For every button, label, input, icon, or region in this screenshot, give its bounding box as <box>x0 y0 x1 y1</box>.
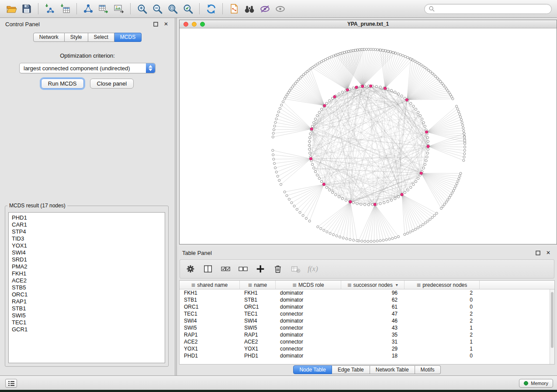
network-leaf-node[interactable] <box>284 191 286 193</box>
zoom-out-button[interactable] <box>151 3 163 15</box>
network-hub-node[interactable] <box>322 183 325 186</box>
network-node[interactable] <box>311 125 314 127</box>
network-node[interactable] <box>383 202 385 204</box>
network-leaf-node[interactable] <box>372 48 374 51</box>
network-node[interactable] <box>410 102 412 104</box>
network-node[interactable] <box>314 118 316 120</box>
delete-column-button[interactable] <box>273 264 283 274</box>
table-tab-edge-table[interactable]: Edge Table <box>332 365 370 374</box>
network-node[interactable] <box>426 152 429 154</box>
network-node[interactable] <box>427 148 429 150</box>
network-leaf-node[interactable] <box>392 52 394 54</box>
network-leaf-node[interactable] <box>367 48 370 50</box>
network-leaf-node[interactable] <box>406 232 408 234</box>
mcds-result-list[interactable]: PHD1CAR1STP4TID3YOX1SWI4SRD1PMA2FKH1ACE2… <box>8 212 165 363</box>
network-node[interactable] <box>308 148 311 150</box>
network-node[interactable] <box>424 163 426 165</box>
column-header-successor-nodes[interactable]: ▦successor nodes▾ <box>341 281 405 289</box>
show-all-button[interactable] <box>274 3 286 15</box>
network-leaf-node[interactable] <box>354 49 356 52</box>
export-image-button[interactable] <box>113 3 125 15</box>
network-leaf-node[interactable] <box>343 52 346 54</box>
network-leaf-node[interactable] <box>379 49 381 51</box>
network-leaf-node[interactable] <box>332 234 335 236</box>
network-node[interactable] <box>338 196 340 198</box>
mcds-node-item[interactable]: STP4 <box>9 228 165 235</box>
network-node[interactable] <box>309 152 311 154</box>
network-leaf-node[interactable] <box>387 50 389 52</box>
network-node[interactable] <box>318 177 320 179</box>
network-leaf-node[interactable] <box>291 202 293 204</box>
network-leaf-node[interactable] <box>342 237 344 239</box>
network-leaf-node[interactable] <box>361 48 363 51</box>
network-node[interactable] <box>311 163 314 165</box>
network-node[interactable] <box>415 108 417 110</box>
deselect-all-rows-button[interactable] <box>238 264 248 274</box>
network-leaf-node[interactable] <box>370 48 372 51</box>
criterion-select[interactable]: largest connected component (undirected) <box>19 63 156 73</box>
network-hub-node[interactable] <box>374 203 376 206</box>
network-leaf-node[interactable] <box>452 98 454 100</box>
network-hub-node[interactable] <box>310 127 313 130</box>
network-leaf-node[interactable] <box>452 189 454 192</box>
network-leaf-node[interactable] <box>464 149 466 151</box>
network-leaf-node[interactable] <box>457 108 459 110</box>
table-row[interactable]: SWI4SWI4dominator462 <box>180 317 550 324</box>
network-titlebar[interactable]: YPA_prune.txt_1 <box>180 20 557 28</box>
import-network-button[interactable] <box>44 3 56 15</box>
network-leaf-node[interactable] <box>414 228 416 230</box>
mcds-node-item[interactable]: RAP1 <box>9 298 165 305</box>
network-leaf-node[interactable] <box>464 136 466 138</box>
table-tab-node-table[interactable]: Node Table <box>293 365 332 374</box>
table-row[interactable]: TEC1TEC1connector472 <box>180 310 550 317</box>
network-leaf-node[interactable] <box>377 48 379 51</box>
network-leaf-node[interactable] <box>326 231 328 233</box>
network-node[interactable] <box>318 111 320 113</box>
network-leaf-node[interactable] <box>431 216 433 218</box>
network-leaf-node[interactable] <box>440 207 442 210</box>
network-leaf-node[interactable] <box>397 236 399 238</box>
network-node[interactable] <box>313 121 315 124</box>
network-node[interactable] <box>427 140 429 142</box>
network-leaf-node[interactable] <box>329 232 331 234</box>
network-node[interactable] <box>424 125 426 127</box>
zoom-fit-button[interactable] <box>166 3 179 15</box>
tab-select[interactable]: Select <box>88 33 114 42</box>
network-leaf-node[interactable] <box>273 125 276 127</box>
network-leaf-node[interactable] <box>280 104 283 106</box>
network-node[interactable] <box>308 144 310 146</box>
clone-network-button[interactable] <box>228 3 240 15</box>
network-leaf-node[interactable] <box>341 52 343 54</box>
network-leaf-node[interactable] <box>273 158 275 160</box>
network-leaf-node[interactable] <box>443 203 446 205</box>
table-row[interactable]: YOX1YOX1connector291 <box>180 345 550 352</box>
mcds-node-item[interactable]: TID3 <box>9 235 165 242</box>
select-all-rows-button[interactable] <box>220 264 231 274</box>
mcds-node-item[interactable]: ACE2 <box>9 277 165 284</box>
network-leaf-node[interactable] <box>459 113 461 115</box>
network-leaf-node[interactable] <box>455 105 457 107</box>
network-node[interactable] <box>426 137 429 139</box>
close-panel-button[interactable]: Close panel <box>90 79 134 89</box>
network-hub-node[interactable] <box>384 87 386 89</box>
network-node[interactable] <box>417 111 419 113</box>
network-leaf-node[interactable] <box>382 239 384 241</box>
network-node[interactable] <box>419 114 421 117</box>
network-leaf-node[interactable] <box>457 110 460 113</box>
network-node[interactable] <box>316 174 318 176</box>
close-window-icon[interactable] <box>183 22 188 27</box>
network-leaf-node[interactable] <box>272 136 274 138</box>
network-hub-node[interactable] <box>349 200 352 203</box>
column-header-shared-name[interactable]: ▦shared name <box>180 281 240 289</box>
mcds-node-item[interactable]: PMA2 <box>9 263 165 270</box>
table-tab-motifs[interactable]: Motifs <box>415 365 441 374</box>
column-header-name[interactable]: ▦name <box>240 281 276 289</box>
network-leaf-node[interactable] <box>388 238 391 240</box>
refresh-button[interactable] <box>205 3 217 15</box>
network-node[interactable] <box>394 91 396 93</box>
memory-button[interactable]: Memory <box>519 379 553 388</box>
add-column-button[interactable] <box>255 264 266 274</box>
network-node[interactable] <box>407 189 409 191</box>
network-node[interactable] <box>422 167 425 169</box>
network-leaf-node[interactable] <box>463 133 465 135</box>
